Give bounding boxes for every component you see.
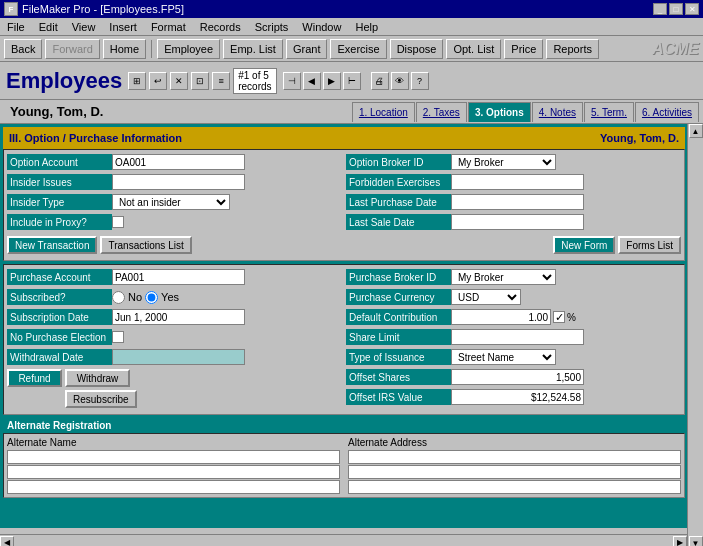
type-issuance-label: Type of Issuance [346,349,451,365]
tab-term[interactable]: 5. Term. [584,102,634,122]
tab-emp-list[interactable]: Emp. List [223,39,283,59]
copy-icon[interactable]: ⊡ [191,72,209,90]
option-left-col: Option Account Insider Issues Insider Ty… [7,153,342,233]
alt-name-input-2[interactable] [7,465,340,479]
share-limit-row: Share Limit [346,328,681,346]
scroll-left-button[interactable]: ◀ [0,536,14,547]
scroll-right-button[interactable]: ▶ [673,536,687,547]
close-button[interactable]: ✕ [685,3,699,15]
include-proxy-checkbox[interactable] [112,216,124,228]
share-limit-input[interactable] [451,329,584,345]
tab-grant[interactable]: Grant [286,39,328,59]
back-button[interactable]: Back [4,39,42,59]
preview-icon[interactable]: 👁 [391,72,409,90]
nav-next[interactable]: ▶ [323,72,341,90]
new-doc-icon[interactable]: ⊞ [128,72,146,90]
subscription-date-input[interactable] [112,309,245,325]
tab-reports[interactable]: Reports [546,39,599,59]
purchase-left-col: Purchase Account Subscribed? No Yes [7,268,342,411]
no-purchase-checkbox[interactable] [112,331,124,343]
nav-prev[interactable]: ◀ [303,72,321,90]
offset-irs-input[interactable] [451,389,584,405]
tab-notes[interactable]: 4. Notes [532,102,583,122]
menu-insert[interactable]: Insert [106,20,140,34]
minimize-button[interactable]: _ [653,3,667,15]
menu-format[interactable]: Format [148,20,189,34]
forbidden-exercises-row: Forbidden Exercises [346,173,681,191]
help-icon[interactable]: ? [411,72,429,90]
subscribed-label: Subscribed? [7,289,112,305]
insider-issues-input[interactable] [112,174,245,190]
purchase-currency-select[interactable]: USD [451,289,521,305]
contribution-check-icon[interactable]: ✓ [553,311,565,323]
alt-address-input-2[interactable] [348,465,681,479]
maximize-button[interactable]: □ [669,3,683,15]
resubscribe-row: Resubscribe [7,390,342,408]
new-form-button[interactable]: New Form [553,236,615,254]
home-button[interactable]: Home [103,39,146,59]
tab-taxes[interactable]: 2. Taxes [416,102,467,122]
option-broker-select[interactable]: My Broker [451,154,556,170]
last-purchase-input[interactable] [451,194,584,210]
purchase-account-input[interactable] [112,269,245,285]
nav-first[interactable]: ⊣ [283,72,301,90]
purchase-right-col: Purchase Broker ID My Broker Purchase Cu… [346,268,681,411]
nav-last[interactable]: ⊢ [343,72,361,90]
menu-file[interactable]: File [4,20,28,34]
withdraw-button[interactable]: Withdraw [65,369,130,387]
nav-controls: ⊣ ◀ ▶ ⊢ [283,72,361,90]
section-employee-name: Young, Tom, D. [600,132,679,144]
forbidden-exercises-input[interactable] [451,174,584,190]
tab-dispose[interactable]: Dispose [390,39,444,59]
last-sale-input[interactable] [451,214,584,230]
alt-name-input-1[interactable] [7,450,340,464]
default-contribution-input[interactable] [451,309,551,325]
alt-address-input-1[interactable] [348,450,681,464]
tab-price[interactable]: Price [504,39,543,59]
delete-icon[interactable]: ✕ [170,72,188,90]
option-right-col: Option Broker ID My Broker Forbidden Exe… [346,153,681,233]
scroll-down-button[interactable]: ▼ [689,536,703,546]
paste-icon[interactable]: ≡ [212,72,230,90]
subscription-date-label: Subscription Date [7,309,112,325]
offset-shares-row: Offset Shares [346,368,681,386]
menu-edit[interactable]: Edit [36,20,61,34]
transactions-list-button[interactable]: Transactions List [100,236,191,254]
tab-options[interactable]: 3. Options [468,102,531,122]
tab-opt-list[interactable]: Opt. List [446,39,501,59]
scroll-up-button[interactable]: ▲ [689,124,703,138]
insider-type-select[interactable]: Not an insider [112,194,230,210]
withdrawal-date-input[interactable] [112,349,245,365]
menu-records[interactable]: Records [197,20,244,34]
section-header: III. Option / Purchase Information Young… [3,127,685,149]
record-info: #1 of 5records [233,68,276,94]
option-account-input[interactable] [112,154,245,170]
forward-button[interactable]: Forward [45,39,99,59]
menu-view[interactable]: View [69,20,99,34]
type-issuance-select[interactable]: Street Name [451,349,556,365]
subscribed-yes-radio[interactable] [145,291,158,304]
alt-name-input-3[interactable] [7,480,340,494]
refund-button[interactable]: Refund [7,369,62,387]
forms-list-button[interactable]: Forms List [618,236,681,254]
title-bar-text: FileMaker Pro - [Employees.FP5] [22,3,184,15]
alt-address-input-3[interactable] [348,480,681,494]
subscribed-radios: No Yes [112,291,179,304]
print-icon[interactable]: 🖨 [371,72,389,90]
resubscribe-button[interactable]: Resubscribe [65,390,137,408]
undo-icon[interactable]: ↩ [149,72,167,90]
menu-help[interactable]: Help [352,20,381,34]
purchase-broker-select[interactable]: My Broker [451,269,556,285]
new-transaction-button[interactable]: New Transaction [7,236,97,254]
subscribed-no-radio[interactable] [112,291,125,304]
last-purchase-row: Last Purchase Date [346,193,681,211]
tab-employee[interactable]: Employee [157,39,220,59]
tab-location[interactable]: 1. Location [352,102,415,122]
menu-scripts[interactable]: Scripts [252,20,292,34]
tab-exercise[interactable]: Exercise [330,39,386,59]
tab-activities[interactable]: 6. Activities [635,102,699,122]
logo: ACME [652,40,699,58]
alt-registration: Alternate Registration Alternate Name Al… [3,418,685,498]
menu-window[interactable]: Window [299,20,344,34]
offset-shares-input[interactable] [451,369,584,385]
